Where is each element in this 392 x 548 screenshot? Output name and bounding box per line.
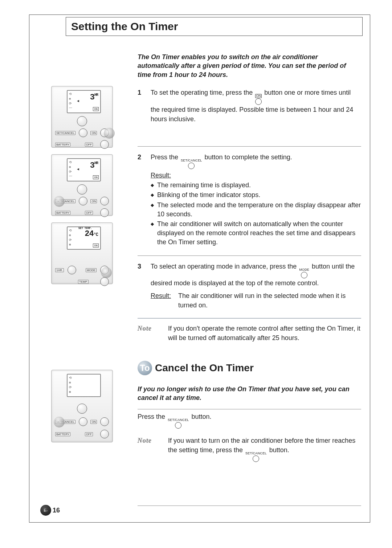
step-1: 1 To set the operating time, press the O… bbox=[138, 86, 361, 128]
remote-figure-1: ⟲✻⟳〰 ◀ 3HR ON SET/CANCEL ON BATTERY OFF bbox=[51, 86, 113, 148]
remote-figure-3: SET TEMP. ⟲✻⟳❄ 24°C ON 1HR. MODE TEMP. bbox=[51, 222, 113, 284]
set-cancel-button bbox=[79, 197, 87, 205]
cancel-action: Press the SET/CANCEL button. bbox=[138, 413, 361, 429]
on-button-icon: ON bbox=[255, 94, 262, 105]
on-timer-button bbox=[100, 128, 109, 137]
section-2-heading: To Cancel the On Timer bbox=[138, 361, 361, 375]
on-label: ON bbox=[90, 131, 97, 135]
result-label: Result: bbox=[151, 291, 171, 310]
result-text: The air conditioner will run in the sele… bbox=[178, 291, 361, 310]
result-bullet: The remaining time is displayed. bbox=[151, 181, 361, 190]
on-label: ON bbox=[90, 199, 97, 203]
on-timer-button bbox=[100, 417, 109, 426]
power-button bbox=[77, 116, 87, 126]
step-text: button to complete the setting. bbox=[205, 154, 292, 161]
note-2: Note If you want to turn on the air cond… bbox=[138, 436, 361, 462]
off-timer-button bbox=[100, 430, 109, 438]
divider bbox=[138, 255, 361, 256]
set-cancel-label: SET/CANCEL bbox=[55, 199, 75, 203]
page-title: Setting the On Timer bbox=[71, 20, 357, 33]
set-cancel-button bbox=[79, 417, 87, 426]
note-label: Note bbox=[138, 324, 159, 343]
lcd-display: SET TEMP. ⟲✻⟳❄ 24°C ON bbox=[67, 226, 101, 250]
title-box: Setting the On Timer bbox=[66, 17, 363, 36]
note-text: If you don't operate the remote control … bbox=[168, 324, 361, 343]
page-number: E- 16 bbox=[40, 505, 60, 516]
step-3: 3 To select an operating mode in advance… bbox=[138, 259, 361, 314]
set-cancel-button bbox=[79, 128, 87, 137]
battery-label: BATTERY bbox=[55, 211, 70, 215]
set-cancel-button-icon: SET/CANCEL bbox=[245, 452, 267, 462]
on-timer-button bbox=[100, 197, 109, 205]
section-badge: To bbox=[138, 361, 152, 375]
result-bullet: The air conditioner will switch on autom… bbox=[151, 220, 361, 247]
off-timer-button bbox=[100, 208, 109, 217]
note-text: If you want to turn on the air condition… bbox=[168, 436, 361, 462]
hr-button bbox=[68, 266, 76, 274]
power-button bbox=[77, 184, 87, 195]
battery-label: BATTERY bbox=[55, 432, 70, 436]
step-2: 2 Press the SET/CANCEL button to complet… bbox=[138, 150, 361, 252]
step-number: 3 bbox=[138, 262, 145, 310]
step-text: To select an operating mode in advance, … bbox=[151, 263, 298, 270]
remote-figure-4: ⟲✻⟳❄ SET/CANCEL ON BATTERY OFF bbox=[51, 370, 113, 442]
divider bbox=[138, 409, 361, 409]
step-number: 1 bbox=[138, 88, 145, 124]
page-frame: Setting the On Timer ⟲✻⟳〰 ◀ 3HR ON SET/C… bbox=[29, 15, 370, 523]
lcd-display: ⟲✻⟳❄ bbox=[67, 374, 101, 397]
on-label: ON bbox=[90, 420, 97, 424]
lcd-display: ⟲✻⟳〰 ◀ 3HR ON bbox=[67, 158, 101, 181]
hr-label: 1HR. bbox=[55, 268, 64, 272]
temp-label: TEMP. bbox=[78, 280, 89, 284]
note-label: Note bbox=[138, 436, 159, 462]
set-cancel-label: SET/CANCEL bbox=[55, 131, 75, 135]
power-button bbox=[77, 404, 87, 414]
lcd-display: ⟲✻⟳〰 ◀ 3HR ON bbox=[67, 90, 101, 113]
mode-button bbox=[100, 266, 109, 274]
set-cancel-button-icon: SET/CANCEL bbox=[181, 159, 202, 169]
temp-button bbox=[100, 277, 109, 286]
intro-text: The On Timer enables you to switch on th… bbox=[138, 53, 361, 79]
result-bullet: The selected mode and the temperature on… bbox=[151, 201, 361, 219]
step-number: 2 bbox=[138, 152, 145, 248]
mode-button-icon: MODE bbox=[299, 268, 309, 278]
set-cancel-label: SET/CANCEL bbox=[55, 420, 75, 424]
divider bbox=[138, 506, 361, 506]
result-label: Result: bbox=[151, 172, 171, 179]
mode-label: MODE bbox=[86, 268, 97, 272]
remote-figure-2: ⟲✻⟳〰 ◀ 3HR ON SET/CANCEL ON BATTERY OFF bbox=[51, 154, 113, 216]
divider bbox=[138, 318, 361, 319]
off-label: OFF bbox=[85, 211, 93, 215]
battery-label: BATTERY bbox=[55, 143, 70, 147]
off-label: OFF bbox=[85, 143, 93, 147]
off-timer-button bbox=[100, 140, 109, 149]
step-text: Press the bbox=[151, 154, 180, 161]
step-text: To set the operating time, press the bbox=[151, 89, 254, 96]
section-2-intro: If you no longer wish to use the On Time… bbox=[138, 385, 361, 402]
divider bbox=[138, 146, 361, 147]
text-column: The On Timer enables you to switch on th… bbox=[127, 46, 363, 510]
note-1: Note If you don't operate the remote con… bbox=[138, 324, 361, 343]
set-cancel-button-icon: SET/CANCEL bbox=[168, 418, 189, 429]
figure-column: ⟲✻⟳〰 ◀ 3HR ON SET/CANCEL ON BATTERY OFF bbox=[37, 46, 127, 510]
result-bullet: Blinking of the timer indicator stops. bbox=[151, 191, 361, 200]
section-2-title: Cancel the On Timer bbox=[155, 362, 254, 374]
off-label: OFF bbox=[85, 432, 93, 436]
